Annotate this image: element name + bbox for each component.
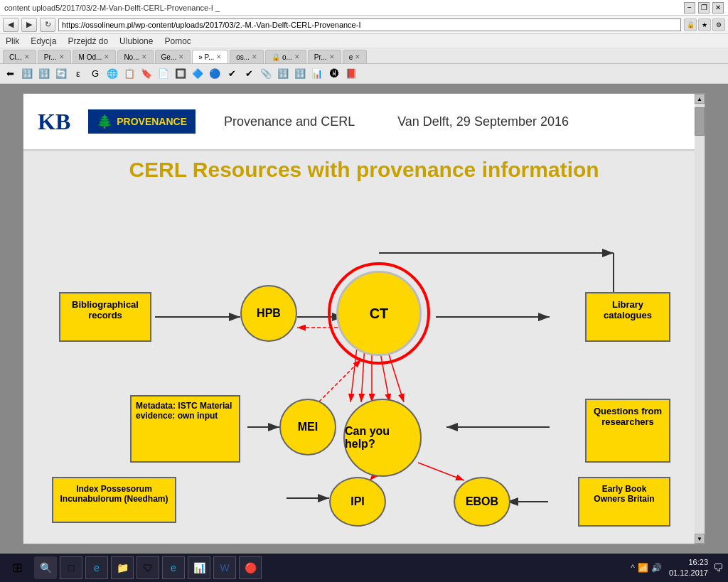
taskbar-ie[interactable]: e bbox=[162, 556, 185, 579]
bibliographical-records-box: Bibliographical records bbox=[59, 292, 151, 342]
taskbar-word[interactable]: W bbox=[213, 556, 236, 579]
svg-line-14 bbox=[361, 345, 365, 402]
lock-icon: 🔒 bbox=[684, 18, 697, 31]
slide-header: KB 🌲 PROVENANCE Provenance and CERL Van … bbox=[23, 94, 705, 151]
ql-15[interactable]: 📎 bbox=[259, 67, 273, 81]
ql-14[interactable]: ✔ bbox=[242, 67, 256, 81]
ct-circle: CT bbox=[336, 271, 422, 356]
ql-12[interactable]: 🔵 bbox=[208, 67, 222, 81]
library-catalogues-box: Library catalogues bbox=[585, 292, 670, 342]
taskbar-search-button[interactable]: 🔍 bbox=[34, 556, 57, 579]
ql-1[interactable]: 🔢 bbox=[20, 67, 34, 81]
svg-line-10 bbox=[315, 360, 361, 406]
window-controls: − ❐ ✕ bbox=[684, 2, 724, 14]
taskbar-acrobat[interactable]: 🔴 bbox=[239, 556, 262, 579]
slide-body: CERL Resources with provenance informati… bbox=[23, 151, 705, 545]
back-button[interactable]: ◀ bbox=[3, 18, 18, 32]
ql-18[interactable]: 📊 bbox=[310, 67, 324, 81]
quick-bar: ⬅ 🔢 🔢 🔄 ε G 🌐 📋 🔖 📄 🔲 🔷 🔵 ✔ ✔ 📎 🔢 🔢 📊 🅦 … bbox=[0, 64, 728, 84]
hpb-circle: HPB bbox=[240, 285, 297, 342]
tree-icon: 🌲 bbox=[97, 114, 112, 129]
ql-10[interactable]: 🔲 bbox=[173, 67, 188, 81]
slide-title: CERL Resources with provenance informati… bbox=[38, 158, 690, 182]
menu-przejdz[interactable]: Przejdź do bbox=[65, 36, 111, 46]
ql-19[interactable]: 🅦 bbox=[327, 67, 341, 81]
svg-line-19 bbox=[418, 463, 464, 480]
toolbar-icons: 🔒 ★ ⚙ bbox=[684, 18, 725, 31]
prov-logo-text: PROVENANCE bbox=[117, 116, 187, 127]
system-tray: ^ 📶 🔊 bbox=[631, 563, 666, 573]
early-book-owners-box: Early Book Owners Britain bbox=[578, 477, 670, 527]
ebob-circle: EBOB bbox=[454, 477, 510, 527]
taskbar-explorer[interactable]: 📁 bbox=[111, 556, 134, 579]
tab-o[interactable]: 🔒 o...✕ bbox=[265, 50, 306, 63]
ql-4[interactable]: ε bbox=[71, 67, 85, 81]
tab-ge[interactable]: Ge...✕ bbox=[155, 50, 191, 63]
slide-header-date: Van Delft, 29 September 2016 bbox=[397, 114, 569, 129]
clock-time: 16:23 bbox=[669, 557, 708, 568]
scroll-up-button[interactable]: ▲ bbox=[695, 94, 705, 104]
restore-button[interactable]: ❐ bbox=[698, 2, 710, 14]
questions-from-researchers-box: Questions from researchers bbox=[585, 399, 670, 463]
title-bar: content upload5/2017/03/2-M-Van-Delft-CE… bbox=[0, 0, 728, 16]
ipi-circle: IPI bbox=[329, 477, 386, 527]
ql-5[interactable]: G bbox=[88, 67, 102, 81]
ql-6[interactable]: 🌐 bbox=[105, 67, 119, 81]
mei-circle: MEI bbox=[279, 399, 336, 456]
ql-11[interactable]: 🔷 bbox=[191, 67, 205, 81]
window-title: content upload5/2017/03/2-M-Van-Delft-CE… bbox=[4, 4, 220, 12]
tab-pr[interactable]: Pr...✕ bbox=[38, 50, 71, 63]
taskbar-clock[interactable]: 16:23 01.12.2017 bbox=[669, 557, 708, 579]
svg-line-15 bbox=[350, 342, 358, 402]
settings-icon[interactable]: ⚙ bbox=[712, 18, 725, 31]
kb-logo: KB bbox=[38, 109, 70, 135]
tab-od[interactable]: M Od...✕ bbox=[73, 50, 117, 63]
index-possesorum-box: Index Possesorum Incunabulorum (Needham) bbox=[52, 477, 176, 523]
tab-ie[interactable]: e✕ bbox=[343, 50, 368, 63]
taskbar-task-view[interactable]: □ bbox=[60, 556, 82, 579]
tab-no[interactable]: No...✕ bbox=[117, 50, 153, 63]
ql-13[interactable]: ✔ bbox=[225, 67, 239, 81]
menu-ulubione[interactable]: Ulubione bbox=[117, 36, 156, 46]
can-you-help-circle: Can you help? bbox=[343, 399, 422, 477]
ql-8[interactable]: 🔖 bbox=[139, 67, 154, 81]
menu-pomoc[interactable]: Pomoc bbox=[161, 36, 193, 46]
tab-prx[interactable]: Pr...✕ bbox=[308, 50, 341, 63]
menu-edycja[interactable]: Edycja bbox=[28, 36, 59, 46]
content-area: ▲ ▼ KB 🌲 PROVENANCE Provenance and CERL … bbox=[0, 84, 728, 554]
tray-volume-icon: 🔊 bbox=[651, 563, 662, 573]
taskbar-excel[interactable]: 📊 bbox=[188, 556, 210, 579]
menu-plik[interactable]: Plik bbox=[3, 36, 22, 46]
close-button[interactable]: ✕ bbox=[712, 2, 724, 14]
bookmark-icon[interactable]: ★ bbox=[698, 18, 711, 31]
refresh-button[interactable]: ↻ bbox=[40, 18, 55, 32]
forward-button[interactable]: ▶ bbox=[21, 18, 37, 32]
tabs-row: Cl...✕ Pr...✕ M Od...✕ No...✕ Ge...✕ » P… bbox=[0, 48, 728, 64]
taskbar-edge[interactable]: e bbox=[85, 556, 108, 579]
browser-window: content upload5/2017/03/2-M-Van-Delft-CE… bbox=[0, 0, 728, 582]
tray-up-icon[interactable]: ^ bbox=[631, 563, 635, 573]
ql-9[interactable]: 📄 bbox=[156, 67, 171, 81]
start-button[interactable]: ⊞ bbox=[3, 556, 31, 579]
minimize-button[interactable]: − bbox=[684, 2, 695, 14]
ql-16[interactable]: 🔢 bbox=[276, 67, 290, 81]
tab-pr2[interactable]: » P...✕ bbox=[192, 50, 228, 63]
ql-17[interactable]: 🔢 bbox=[293, 67, 307, 81]
scroll-thumb[interactable] bbox=[695, 107, 705, 136]
tab-os[interactable]: os...✕ bbox=[230, 50, 264, 63]
url-input[interactable] bbox=[58, 18, 681, 31]
ql-7[interactable]: 📋 bbox=[122, 67, 136, 81]
taskbar: ⊞ 🔍 □ e 📁 🛡 e 📊 W 🔴 ^ 📶 🔊 16:23 01.12.20… bbox=[0, 554, 728, 582]
tab-cl[interactable]: Cl...✕ bbox=[3, 50, 36, 63]
metadata-box: Metadata: ISTC Material evidence: own in… bbox=[130, 395, 240, 463]
ql-back[interactable]: ⬅ bbox=[3, 67, 17, 81]
ql-3[interactable]: 🔄 bbox=[54, 67, 68, 81]
ql-2[interactable]: 🔢 bbox=[37, 67, 51, 81]
provenance-logo: 🌲 PROVENANCE bbox=[88, 109, 196, 134]
menu-bar: Plik Edycja Przejdź do Ulubione Pomoc bbox=[0, 34, 728, 48]
ql-20[interactable]: 📕 bbox=[344, 67, 358, 81]
tray-network-icon: 📶 bbox=[638, 563, 648, 573]
taskbar-shield[interactable]: 🛡 bbox=[136, 556, 159, 579]
notification-button[interactable]: 🗨 bbox=[711, 556, 725, 579]
diagram: Bibliographical records HPB CT Library c… bbox=[38, 193, 692, 541]
